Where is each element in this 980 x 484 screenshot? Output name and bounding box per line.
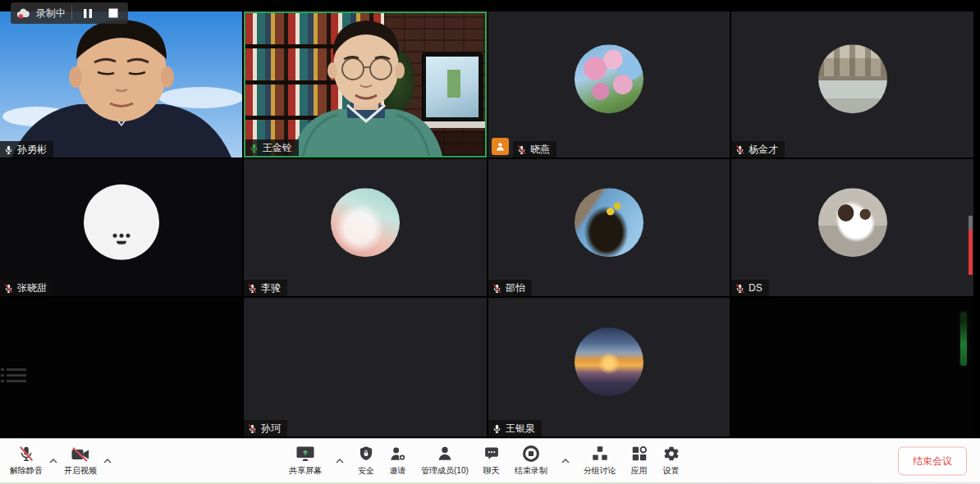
video-feed-sky-portrait <box>0 11 242 158</box>
share-screen-icon <box>295 445 315 463</box>
mic-muted-icon <box>492 283 502 294</box>
participant-name-label: DS <box>731 280 769 296</box>
empty-grid-cell <box>0 298 242 436</box>
recording-status-text: 录制中 <box>36 7 66 21</box>
avatar-cat <box>818 188 887 257</box>
gear-icon <box>662 445 680 463</box>
video-tile-shaoyi[interactable]: 邵怡 <box>488 159 730 296</box>
manage-participants-button[interactable]: 管理成员(10) <box>421 445 469 477</box>
participant-name: 邵怡 <box>506 282 525 294</box>
meeting-toolbar: 解除静音 开启视频 共享屏幕 安全 邀请 <box>0 438 980 482</box>
participant-name-label: 王金铨 <box>245 139 299 156</box>
mic-muted-icon <box>247 283 258 294</box>
breakout-rooms-button[interactable]: 分组讨论 <box>584 445 616 477</box>
participant-name: DS <box>749 282 762 294</box>
participant-name: 孙勇彬 <box>17 144 47 155</box>
audio-level-meter <box>959 310 969 368</box>
shield-lock-icon <box>358 445 374 463</box>
mic-muted-icon <box>516 144 527 155</box>
stop-recording-button[interactable] <box>103 5 123 21</box>
avatar-sunset <box>575 327 643 396</box>
mic-muted-icon <box>3 283 14 294</box>
video-tile-wangyinquan[interactable]: 王银泉 <box>488 298 730 436</box>
cloud-recording-icon <box>16 7 30 20</box>
video-tile-wangjinquan-active-speaker[interactable]: 王金铨 <box>244 11 487 158</box>
participant-name-label: 李骏 <box>244 280 287 296</box>
chat-button[interactable]: 聊天 <box>483 445 501 477</box>
mic-muted-icon <box>735 283 745 294</box>
start-video-button[interactable]: 开启视频 <box>64 445 97 477</box>
participant-name-label: 王银泉 <box>488 420 542 436</box>
avatar-sketch <box>331 327 400 396</box>
recording-options-chevron[interactable] <box>561 452 570 467</box>
person-badge-icon <box>492 138 509 155</box>
participant-name: 张晓甜 <box>17 282 47 294</box>
share-options-chevron[interactable] <box>336 452 344 467</box>
list-icon <box>7 365 26 386</box>
participant-name-label: 杨金才 <box>731 141 785 158</box>
participant-name: 王银泉 <box>506 422 535 434</box>
avatar-river-city <box>818 44 887 113</box>
mic-muted-icon <box>735 144 745 155</box>
camera-off-icon <box>71 446 90 463</box>
participant-name-label: 孙珂 <box>244 420 287 436</box>
grid-scrollbar[interactable] <box>969 216 973 275</box>
participant-name-label: 邵怡 <box>488 280 532 296</box>
zoom-meeting-window: 孙勇彬 王金铨 <box>0 0 980 484</box>
mic-speaking-icon <box>249 143 259 153</box>
end-meeting-button[interactable]: 结束会议 <box>898 446 967 475</box>
participant-name-label: 张晓甜 <box>0 280 53 296</box>
participant-name-label: 孙勇彬 <box>0 141 53 158</box>
divider <box>71 6 72 21</box>
participant-name: 孙珂 <box>261 422 281 434</box>
audio-options-chevron[interactable] <box>49 452 57 467</box>
video-tile-sunyongbin[interactable]: 孙勇彬 <box>0 11 242 158</box>
mic-muted-icon <box>17 445 35 463</box>
apps-button[interactable]: 应用 <box>630 445 648 477</box>
pause-recording-button[interactable] <box>78 5 98 21</box>
unmute-button[interactable]: 解除静音 <box>10 445 43 477</box>
participant-name: 晓燕 <box>530 144 550 155</box>
recording-indicator: 录制中 <box>11 2 128 24</box>
avatar-white-face <box>84 184 159 259</box>
security-button[interactable]: 安全 <box>358 445 374 477</box>
avatar-pastel-sky <box>331 188 400 257</box>
invite-button[interactable]: 邀请 <box>388 445 407 477</box>
avatar-flowers <box>575 44 643 113</box>
share-screen-button[interactable]: 共享屏幕 <box>289 445 322 477</box>
empty-grid-cell <box>731 298 973 436</box>
participant-name: 杨金才 <box>749 144 778 155</box>
invite-person-icon <box>388 445 407 463</box>
participant-name: 王金铨 <box>263 142 292 153</box>
video-tile-xiaoyan[interactable]: 晓燕 <box>488 11 730 158</box>
video-tile-zhangxiaotian[interactable]: 张晓甜 <box>0 159 242 296</box>
video-tile-sunke[interactable]: 孙珂 <box>244 298 487 436</box>
video-feed-person <box>245 13 485 156</box>
chat-bubble-icon <box>483 445 501 463</box>
avatar-plant-sky <box>575 188 643 257</box>
mic-muted-icon <box>247 423 258 434</box>
mic-on-icon <box>492 423 502 434</box>
apps-grid-icon <box>630 445 648 463</box>
video-options-chevron[interactable] <box>103 452 112 467</box>
breakout-rooms-icon <box>591 445 609 463</box>
stop-record-icon <box>522 445 540 463</box>
video-tile-lijun[interactable]: 李骏 <box>244 159 487 296</box>
video-tile-yangjincai[interactable]: 杨金才 <box>731 11 973 158</box>
settings-button[interactable]: 设置 <box>662 445 680 477</box>
participant-name-label: 晓燕 <box>513 141 556 158</box>
participants-icon <box>436 445 454 463</box>
stop-recording-button[interactable]: 结束录制 <box>515 445 547 477</box>
video-tile-ds[interactable]: DS <box>731 159 973 296</box>
participant-name: 李骏 <box>261 282 281 294</box>
mic-on-icon <box>3 144 14 155</box>
